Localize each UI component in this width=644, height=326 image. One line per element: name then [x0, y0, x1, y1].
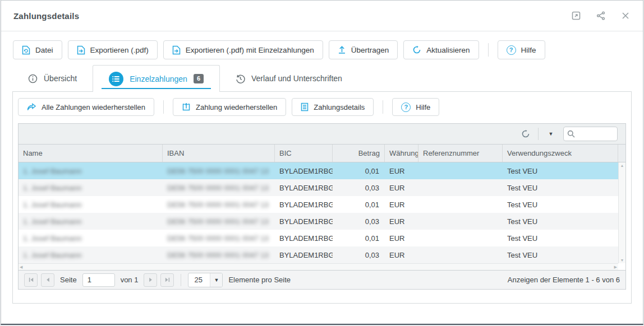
- pager-divider: [181, 274, 181, 286]
- cell-waehrung: EUR: [385, 234, 418, 243]
- cell-iban: DE56 7500 0000 0001 0047 13: [163, 234, 275, 243]
- alle-zahlungen-wiederherstellen-button[interactable]: Alle Zahlungen wiederherstellen: [18, 98, 154, 116]
- next-page-button[interactable]: [144, 273, 157, 287]
- tab-einzelzahlungen[interactable]: Einzelzahlungen 6: [93, 65, 220, 92]
- grid-hilfe-button[interactable]: ? Hilfe: [392, 98, 439, 116]
- datei-label: Datei: [35, 46, 53, 54]
- grid-menu-caret-icon[interactable]: ▼: [544, 127, 558, 141]
- first-page-button[interactable]: [24, 273, 38, 287]
- grid-refresh-icon[interactable]: [519, 127, 532, 141]
- list-icon: [109, 72, 123, 86]
- tab-verlauf[interactable]: Verlauf und Unterschriften: [220, 65, 358, 92]
- grid-toolbar-divider: [538, 128, 539, 140]
- scroll-up-icon[interactable]: ▲: [620, 164, 624, 167]
- tab-einzelzahlungen-label: Einzelzahlungen: [130, 74, 187, 83]
- tab-strip: Übersicht Einzelzahlungen 6 Verlauf und …: [12, 65, 632, 92]
- cell-bic: BYLADEM1RBG: [275, 167, 333, 175]
- column-header-bic[interactable]: BIC: [275, 145, 333, 162]
- column-header-referenznummer[interactable]: Referenznummer: [418, 145, 503, 162]
- export-pdf-button[interactable]: Exportieren (.pdf): [68, 40, 158, 59]
- upload-icon: [338, 45, 346, 54]
- column-header-name[interactable]: Name: [19, 145, 163, 162]
- cell-betrag: 0,01: [333, 201, 385, 209]
- table-row[interactable]: 1. Josef Baumann DE56 7500 0000 0001 004…: [19, 246, 618, 263]
- grid-hilfe-label: Hilfe: [416, 103, 430, 111]
- title-bar-actions: [571, 11, 631, 21]
- cell-iban: DE56 7500 0000 0001 0047 13: [163, 167, 275, 175]
- page-size-value: 25: [188, 273, 210, 287]
- page-title: Zahlungsdetails: [13, 11, 79, 21]
- grid-rows: 1. Josef Baumann DE56 7500 0000 0001 004…: [19, 162, 618, 263]
- page-number-input[interactable]: [82, 273, 115, 287]
- column-header-iban[interactable]: IBAN: [163, 145, 275, 162]
- tab-uebersicht-label: Übersicht: [44, 74, 77, 83]
- payments-grid: ▼ Name IBAN BIC Betrag Währung Referenzn…: [18, 123, 626, 290]
- cell-iban: DE56 7500 0000 0001 0047 13: [163, 201, 275, 209]
- cell-name: 1. Josef Baumann: [19, 217, 163, 226]
- subtoolbar-divider: [163, 100, 164, 114]
- share-icon[interactable]: [596, 11, 606, 21]
- close-icon[interactable]: [620, 11, 631, 21]
- column-header-waehrung[interactable]: Währung: [385, 145, 418, 162]
- scroll-down-icon[interactable]: ▼: [620, 258, 624, 262]
- cell-verwendungszweck: Test VEU: [503, 201, 618, 209]
- table-row[interactable]: 1. Josef Baumann DE56 7500 0000 0001 004…: [19, 162, 618, 179]
- pagination-summary: Anzeigen der Elemente 1 - 6 von 6: [508, 276, 620, 284]
- horizontal-scrollbar[interactable]: ◀ ▶: [19, 263, 618, 270]
- scroll-right-icon[interactable]: ▶: [614, 265, 617, 269]
- toolbar-divider: [488, 43, 489, 57]
- cell-betrag: 0,01: [333, 234, 385, 243]
- file-icon: [22, 45, 30, 55]
- cell-verwendungszweck: Test VEU: [503, 167, 618, 175]
- file-export-icon: [172, 45, 181, 55]
- cell-bic: BYLADEM1RBG: [275, 234, 333, 243]
- zahlungsdetails-button[interactable]: Zahlungsdetails: [292, 98, 374, 116]
- grid-action-toolbar: Alle Zahlungen wiederherstellen Zahlung …: [13, 92, 631, 122]
- zahlung-wiederherstellen-button[interactable]: Zahlung wiederherstellen: [173, 98, 286, 116]
- cell-iban: DE56 7500 0000 0001 0047 13: [163, 184, 275, 192]
- previous-page-button[interactable]: [41, 273, 54, 287]
- table-row[interactable]: 1. Josef Baumann DE56 7500 0000 0001 004…: [19, 213, 618, 230]
- popout-icon[interactable]: [571, 11, 581, 21]
- table-row[interactable]: 1. Josef Baumann DE56 7500 0000 0001 004…: [19, 230, 618, 246]
- aktualisieren-label: Aktualisieren: [426, 46, 470, 54]
- uebertragen-label: Übertragen: [351, 46, 389, 54]
- tab-count-badge: 6: [194, 74, 204, 83]
- cell-verwendungszweck: Test VEU: [503, 184, 618, 192]
- column-header-betrag[interactable]: Betrag: [333, 145, 385, 162]
- page-size-select[interactable]: 25 ▼: [188, 273, 223, 287]
- export-pdf-einzelzahlungen-button[interactable]: Exportieren (.pdf) mit Einzelzahlungen: [163, 40, 323, 59]
- table-row[interactable]: 1. Josef Baumann DE56 7500 0000 0001 004…: [19, 196, 618, 213]
- last-page-button[interactable]: [160, 273, 174, 287]
- chevron-down-icon: ▼: [210, 273, 222, 287]
- cell-bic: BYLADEM1RBG: [275, 217, 333, 226]
- title-bar: Zahlungsdetails: [1, 1, 643, 31]
- cell-waehrung: EUR: [385, 167, 418, 175]
- document-lines-icon: [301, 103, 309, 111]
- aktualisieren-button[interactable]: Aktualisieren: [403, 40, 479, 59]
- cell-betrag: 0,03: [333, 184, 385, 192]
- tab-verlauf-label: Verlauf und Unterschriften: [251, 74, 342, 83]
- column-header-verwendungszweck[interactable]: Verwendungszweck: [503, 145, 618, 162]
- cell-iban: DE56 7500 0000 0001 0047 13: [163, 217, 275, 226]
- restore-all-icon: [27, 103, 36, 111]
- scroll-left-icon[interactable]: ◀: [20, 265, 22, 269]
- per-page-label: Elemente pro Seite: [228, 276, 291, 284]
- export-pdf-label: Exportieren (.pdf): [90, 46, 149, 54]
- hilfe-label: Hilfe: [521, 46, 536, 54]
- cell-waehrung: EUR: [385, 217, 418, 226]
- history-icon: [236, 74, 245, 83]
- info-icon: [28, 74, 38, 83]
- cell-bic: BYLADEM1RBG: [275, 184, 333, 192]
- table-row[interactable]: 1. Josef Baumann DE56 7500 0000 0001 004…: [19, 179, 618, 196]
- vertical-scrollbar[interactable]: ▲ ▼: [618, 162, 625, 263]
- hilfe-button[interactable]: ? Hilfe: [498, 40, 545, 59]
- cell-waehrung: EUR: [385, 251, 418, 259]
- help-icon: ?: [401, 103, 411, 112]
- tab-uebersicht[interactable]: Übersicht: [12, 65, 93, 92]
- grid-header: Name IBAN BIC Betrag Währung Referenznum…: [19, 145, 625, 162]
- cell-betrag: 0,03: [333, 217, 385, 226]
- cell-name: 1. Josef Baumann: [19, 184, 163, 192]
- uebertragen-button[interactable]: Übertragen: [329, 40, 398, 59]
- datei-button[interactable]: Datei: [13, 40, 62, 59]
